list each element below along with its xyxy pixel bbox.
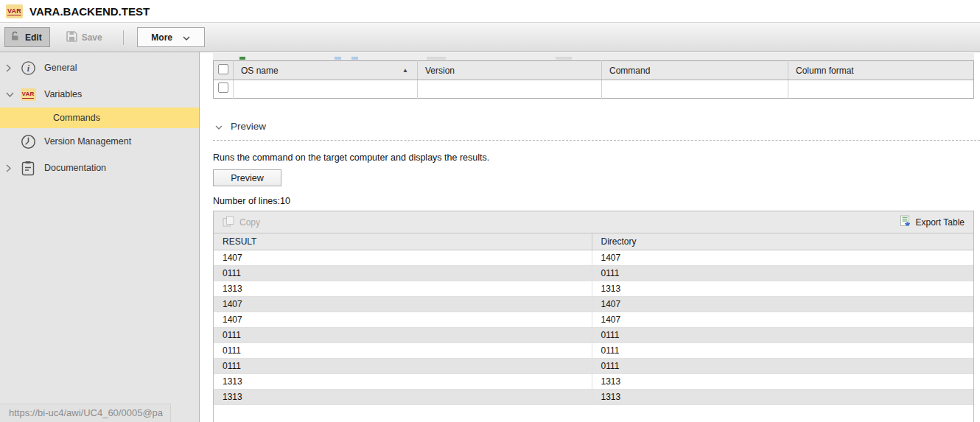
sidebar-item-version-management[interactable]: Version Management <box>0 128 199 155</box>
clipped-icon <box>239 57 245 60</box>
directory-cell: 1313 <box>592 281 973 296</box>
directory-cell: 1407 <box>592 296 973 312</box>
clipped-button <box>427 57 446 60</box>
table-row[interactable]: 01110111 <box>214 342 973 358</box>
directory-cell: 0111 <box>592 358 973 373</box>
table-row[interactable]: 14071407 <box>214 312 973 327</box>
column-header-directory[interactable]: Directory <box>592 233 973 250</box>
export-table-button[interactable]: Export Table <box>899 215 965 230</box>
version-input[interactable] <box>421 82 598 96</box>
sidebar: i General VAR Variables Commands Version… <box>0 52 200 422</box>
result-cell: 1407 <box>214 296 592 312</box>
unlock-icon <box>10 31 21 43</box>
info-icon: i <box>19 60 37 76</box>
clipped-button <box>556 57 572 60</box>
export-table-icon <box>899 215 911 230</box>
table-row[interactable]: 13131313 <box>214 389 973 404</box>
commands-table: OS name▲ Version Command Column format <box>213 60 974 99</box>
object-header: VAR VARA.BACKEND.TEST <box>0 0 980 23</box>
chevron-down-icon <box>183 32 190 43</box>
preview-section-title: Preview <box>231 121 266 132</box>
results-header-row: RESULT Directory <box>214 233 973 250</box>
svg-text:i: i <box>27 63 29 74</box>
result-cell: 1407 <box>214 312 592 327</box>
select-all-checkbox[interactable] <box>218 64 228 74</box>
result-cell: 1313 <box>214 373 592 389</box>
directory-cell: 1407 <box>592 312 973 327</box>
clipped-toolbar <box>213 53 974 60</box>
clock-icon <box>19 134 37 150</box>
status-url: https://bi-uc4/awi/UC4_60/0005@pa <box>0 404 171 422</box>
table-row[interactable]: 01110111 <box>214 358 973 373</box>
column-header-result[interactable]: RESULT <box>214 233 592 250</box>
column-header-version[interactable]: Version <box>418 61 602 80</box>
result-cell: 1313 <box>214 389 592 404</box>
main-content: OS name▲ Version Command Column format <box>200 52 980 422</box>
table-row[interactable]: 13131313 <box>214 373 973 389</box>
copy-icon <box>223 216 235 229</box>
copy-button[interactable]: Copy <box>223 216 260 229</box>
command-input[interactable] <box>605 82 785 96</box>
table-row <box>214 80 974 99</box>
clipped-icon <box>351 57 358 60</box>
save-icon <box>66 31 77 44</box>
directory-cell: 1313 <box>592 373 973 389</box>
sidebar-item-documentation[interactable]: Documentation <box>0 155 199 181</box>
sidebar-item-commands[interactable]: Commands <box>0 108 199 128</box>
save-button[interactable]: Save <box>62 28 107 47</box>
sidebar-item-general[interactable]: i General <box>0 54 199 81</box>
column-format-input[interactable] <box>791 82 970 96</box>
edit-button[interactable]: Edit <box>4 27 50 47</box>
directory-cell: 0111 <box>592 327 973 342</box>
result-cell: 0111 <box>214 327 592 342</box>
table-row[interactable]: 01110111 <box>214 265 973 281</box>
column-header-column-format[interactable]: Column format <box>788 61 974 80</box>
clipboard-icon <box>19 161 37 176</box>
number-of-lines-label: Number of lines:10 <box>213 196 974 206</box>
chevron-right-icon[interactable] <box>6 64 19 72</box>
directory-cell: 1313 <box>592 389 973 404</box>
toolbar-separator <box>123 30 124 45</box>
table-row[interactable]: 13131313 <box>214 281 973 296</box>
clipped-icon <box>335 57 341 60</box>
results-toolbar: Copy Export Table <box>214 211 973 233</box>
column-header-os-name[interactable]: OS name▲ <box>234 61 418 80</box>
chevron-down-icon[interactable] <box>6 92 19 97</box>
page-title: VARA.BACKEND.TEST <box>29 5 150 18</box>
chevron-down-icon <box>215 119 223 133</box>
directory-cell: 0111 <box>592 342 973 358</box>
main-toolbar: Edit Save More <box>0 23 980 52</box>
preview-button[interactable]: Preview <box>213 169 281 186</box>
column-header-command[interactable]: Command <box>602 61 788 80</box>
table-row[interactable]: 14071407 <box>214 250 973 265</box>
preview-description: Runs the command on the target computer … <box>213 152 974 163</box>
chevron-right-icon[interactable] <box>6 164 19 172</box>
results-panel: Copy Export Table RESULT Directory <box>213 211 974 422</box>
result-cell: 0111 <box>214 265 592 281</box>
var-object-icon: VAR <box>6 4 23 18</box>
directory-cell: 1407 <box>592 250 973 265</box>
result-cell: 1313 <box>214 281 592 296</box>
var-badge-icon: VAR <box>19 88 37 101</box>
table-row[interactable]: 14071407 <box>214 296 973 312</box>
preview-section-header[interactable]: Preview <box>213 119 980 141</box>
directory-cell: 0111 <box>592 265 973 281</box>
table-row[interactable]: 01110111 <box>214 327 973 342</box>
commands-table-header-row: OS name▲ Version Command Column format <box>214 61 974 80</box>
result-cell: 0111 <box>214 358 592 373</box>
sidebar-item-variables[interactable]: VAR Variables <box>0 81 199 108</box>
sort-ascending-icon: ▲ <box>402 67 408 74</box>
more-button[interactable]: More <box>137 27 205 47</box>
result-cell: 0111 <box>214 342 592 358</box>
results-table: RESULT Directory 14071407011101111313131… <box>214 233 973 405</box>
os-name-input[interactable] <box>237 82 414 96</box>
result-cell: 1407 <box>214 250 592 265</box>
row-checkbox[interactable] <box>218 82 228 93</box>
